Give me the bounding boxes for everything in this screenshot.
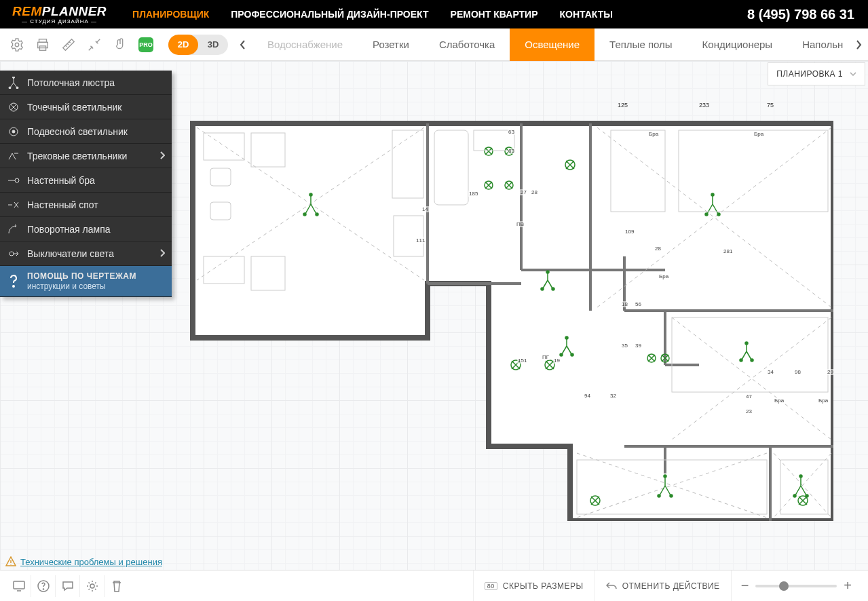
track-icon: [0, 151, 27, 161]
svg-point-6: [303, 213, 306, 216]
sconce-icon: [0, 176, 27, 185]
view-3d-button[interactable]: 3D: [198, 35, 228, 55]
question-icon: [0, 275, 27, 288]
tabs-scroll-right[interactable]: [849, 28, 868, 61]
top-header: REMPLANNER — СТУДИЯ ДИЗАЙНА — ПЛАНИРОВЩИ…: [0, 0, 868, 28]
palette-label: Поворотная лампа: [27, 224, 111, 235]
settings-icon[interactable]: [7, 35, 27, 55]
pro-badge[interactable]: PRO: [136, 35, 156, 55]
nav-contacts[interactable]: КОНТАКТЫ: [560, 9, 613, 20]
palette-sconce[interactable]: Настенный бра: [0, 168, 172, 193]
svg-point-12: [740, 359, 742, 362]
dim-top: 125: [618, 102, 628, 109]
palette-switches[interactable]: Выключатели света: [0, 241, 172, 266]
svg-point-9: [705, 213, 708, 216]
svg-point-24: [793, 495, 796, 497]
view-toggle: 2D 3D: [168, 35, 228, 55]
palette-label: Настенный спот: [27, 199, 98, 210]
layout-select[interactable]: ПЛАНИРОВКА 1: [768, 62, 865, 85]
palette-track[interactable]: Трековые светильники: [0, 144, 172, 168]
trash-icon[interactable]: [105, 575, 129, 597]
zoom-in-button[interactable]: +: [844, 578, 852, 594]
svg-point-22: [799, 475, 802, 478]
chat-icon[interactable]: [56, 575, 80, 597]
nav-planner[interactable]: ПЛАНИРОВЩИК: [132, 9, 209, 20]
dim-top: 233: [699, 102, 709, 109]
measure-icon[interactable]: [58, 35, 79, 55]
palette-swivel[interactable]: Поворотная лампа: [0, 217, 172, 241]
palette-chandelier[interactable]: Потолочная люстра: [0, 71, 172, 95]
svg-point-51: [13, 77, 15, 79]
svg-point-13: [546, 271, 549, 273]
palette-wallspot[interactable]: Настенный спот: [0, 193, 172, 217]
tabs-scroll-left[interactable]: [233, 28, 252, 61]
tab-warmfloor[interactable]: Теплые полы: [595, 28, 687, 61]
svg-point-57: [15, 178, 19, 182]
tab-ac[interactable]: Кондиционеры: [687, 28, 788, 61]
tab-lighting[interactable]: Освещение: [510, 28, 595, 61]
chandelier-icon: [0, 77, 27, 89]
hide-sizes-badge: 80: [485, 582, 497, 590]
nav-design[interactable]: ПРОФЕССИОНАЛЬНЫЙ ДИЗАЙН-ПРОЕКТ: [231, 9, 428, 20]
undo-icon: [606, 581, 617, 591]
logo-subtitle: — СТУДИЯ ДИЗАЙНА —: [12, 19, 107, 24]
floor-plan[interactable]: [190, 121, 833, 521]
view-2d-button[interactable]: 2D: [168, 35, 198, 55]
tab-water[interactable]: Водоснабжение: [252, 28, 358, 61]
print-icon[interactable]: [33, 35, 53, 55]
svg-point-21: [658, 495, 660, 497]
svg-point-14: [552, 288, 554, 290]
svg-point-7: [711, 193, 714, 196]
screen-icon[interactable]: [7, 575, 31, 597]
svg-point-8: [717, 213, 720, 216]
lighting-palette: Потолочная люстра Точечный светильник По…: [0, 71, 172, 297]
tab-floor[interactable]: Напольн: [787, 28, 849, 61]
hide-sizes-button[interactable]: 80 СКРЫТЬ РАЗМЕРЫ: [473, 570, 595, 602]
tools-icon[interactable]: [84, 35, 105, 55]
main-nav: ПЛАНИРОВЩИК ПРОФЕССИОНАЛЬНЫЙ ДИЗАЙН-ПРОЕ…: [132, 9, 747, 20]
svg-point-18: [560, 353, 563, 356]
toolbar: PRO 2D 3D Водоснабжение Розетки Слаботоч…: [0, 28, 868, 61]
svg-point-10: [745, 342, 748, 345]
zoom-control: − +: [731, 570, 861, 602]
palette-help[interactable]: ПОМОЩЬ ПО ЧЕРТЕЖАМ инструкции и советы: [0, 266, 172, 297]
nav-renovate[interactable]: РЕМОНТ КВАРТИР: [451, 9, 538, 20]
switch-icon: [0, 248, 27, 259]
chevron-right-icon: [159, 151, 165, 161]
help-icon[interactable]: [31, 575, 56, 597]
tech-issues-link[interactable]: Технические проблемы и решения: [5, 556, 162, 567]
svg-point-4: [309, 193, 312, 196]
tab-sockets[interactable]: Розетки: [358, 28, 424, 61]
svg-point-62: [43, 588, 43, 589]
svg-rect-1: [39, 39, 47, 42]
pendant-icon: [0, 126, 27, 137]
bottom-toolbar: 80 СКРЫТЬ РАЗМЕРЫ ОТМЕНИТЬ ДЕЙСТВИЕ − +: [0, 570, 868, 601]
svg-point-19: [664, 475, 666, 478]
palette-spot[interactable]: Точечный светильник: [0, 95, 172, 119]
svg-rect-60: [14, 581, 24, 589]
svg-point-53: [9, 87, 11, 89]
palette-label: Настенный бра: [27, 175, 95, 186]
svg-point-16: [565, 336, 568, 339]
swivel-icon: [0, 224, 27, 235]
gear-icon[interactable]: [80, 575, 105, 597]
palette-label: Подвесной светильник: [27, 126, 128, 137]
svg-point-56: [12, 130, 15, 133]
palette-pendant[interactable]: Подвесной светильник: [0, 119, 172, 144]
palette-label: Потолочная люстра: [27, 77, 115, 88]
help-title: ПОМОЩЬ ПО ЧЕРТЕЖАМ: [27, 271, 136, 281]
chevron-right-icon: [159, 248, 165, 259]
svg-point-17: [571, 353, 573, 356]
svg-point-20: [670, 495, 673, 497]
svg-point-58: [10, 252, 14, 256]
phone-number[interactable]: 8 (495) 798 66 31: [747, 7, 854, 22]
dim-top: 75: [767, 102, 774, 109]
undo-button[interactable]: ОТМЕНИТЬ ДЕЙСТВИЕ: [595, 570, 731, 602]
svg-point-11: [751, 359, 753, 362]
tab-lowvolt[interactable]: Слаботочка: [424, 28, 510, 61]
zoom-slider[interactable]: [755, 585, 837, 587]
logo[interactable]: REMPLANNER — СТУДИЯ ДИЗАЙНА —: [12, 5, 107, 24]
zoom-out-button[interactable]: −: [741, 578, 749, 594]
hand-icon[interactable]: [110, 35, 130, 55]
category-tabs: Водоснабжение Розетки Слаботочка Освещен…: [252, 28, 849, 61]
